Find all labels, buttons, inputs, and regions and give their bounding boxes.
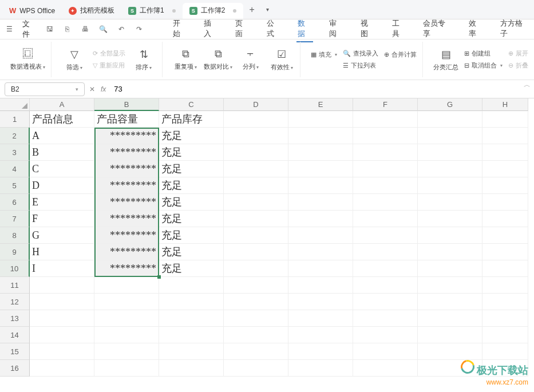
expand-button[interactable]: ⊕ 展开	[508, 49, 528, 58]
row-header[interactable]: 2	[0, 128, 30, 144]
cell[interactable]	[353, 277, 418, 294]
cell[interactable]	[159, 294, 224, 310]
tab-wps[interactable]: W WPS Office	[2, 3, 62, 19]
cell[interactable]: *********	[94, 227, 159, 244]
cell[interactable]	[353, 111, 418, 128]
cell[interactable]	[418, 211, 482, 227]
cell[interactable]: 产品库存	[159, 111, 224, 128]
print-icon[interactable]: 🖶	[81, 24, 90, 34]
row-header[interactable]: 9	[0, 244, 30, 260]
cell[interactable]	[418, 277, 482, 294]
cell[interactable]	[482, 111, 528, 128]
cell[interactable]: D	[30, 177, 94, 194]
cell[interactable]	[482, 227, 528, 244]
cell[interactable]	[353, 244, 418, 260]
validity-button[interactable]: ☑ 有效性	[269, 48, 294, 72]
cell[interactable]	[159, 277, 224, 294]
row-header[interactable]: 14	[0, 327, 30, 343]
cell[interactable]	[288, 144, 353, 161]
menu-data[interactable]: 数据	[296, 16, 313, 42]
cell[interactable]	[482, 161, 528, 177]
reapply-button[interactable]: ▽ 重新应用	[93, 61, 125, 70]
cell[interactable]	[30, 360, 94, 377]
cell[interactable]	[159, 343, 224, 360]
menu-view[interactable]: 视图	[359, 16, 376, 42]
row-header[interactable]: 16	[0, 360, 30, 377]
cell[interactable]: I	[30, 260, 94, 277]
tab-templates[interactable]: ✦ 找稻壳模板	[62, 3, 121, 19]
split-column-button[interactable]: ⫟ 分列	[238, 48, 263, 71]
cell[interactable]	[224, 343, 288, 360]
cell[interactable]	[418, 194, 482, 211]
cell[interactable]	[482, 343, 528, 360]
cell[interactable]: H	[30, 244, 94, 260]
file-menu[interactable]: 文件	[22, 19, 37, 39]
cell[interactable]	[94, 360, 159, 377]
cell[interactable]: E	[30, 194, 94, 211]
col-header-D[interactable]: D	[224, 98, 288, 111]
select-all-corner[interactable]	[0, 98, 30, 111]
menu-vip[interactable]: 会员专享	[422, 16, 452, 42]
cell[interactable]	[224, 128, 288, 144]
cell[interactable]	[288, 343, 353, 360]
cell[interactable]	[418, 161, 482, 177]
cell[interactable]	[224, 211, 288, 227]
row-header[interactable]: 8	[0, 227, 30, 244]
cell[interactable]	[418, 310, 482, 327]
col-header-A[interactable]: A	[30, 98, 94, 111]
cell[interactable]: *********	[94, 144, 159, 161]
cell[interactable]	[482, 327, 528, 343]
cell[interactable]: 充足	[159, 211, 224, 227]
cell[interactable]: *********	[94, 244, 159, 260]
cell[interactable]	[482, 244, 528, 260]
menu-review[interactable]: 审阅	[328, 16, 345, 42]
export-icon[interactable]: ⎘	[62, 24, 72, 34]
col-header-H[interactable]: H	[482, 98, 528, 111]
cell[interactable]: *********	[94, 177, 159, 194]
cell[interactable]: C	[30, 161, 94, 177]
cell[interactable]	[353, 144, 418, 161]
cell[interactable]: 充足	[159, 177, 224, 194]
fill-button[interactable]: ▦ 填充	[311, 50, 337, 59]
cell[interactable]	[482, 310, 528, 327]
cell[interactable]	[353, 194, 418, 211]
cell[interactable]: 充足	[159, 244, 224, 260]
cell[interactable]	[482, 277, 528, 294]
cell[interactable]	[482, 144, 528, 161]
filter-button[interactable]: ▽ 筛选	[62, 48, 87, 72]
cell[interactable]: *********	[94, 194, 159, 211]
col-header-F[interactable]: F	[353, 98, 418, 111]
cell[interactable]	[353, 343, 418, 360]
cell[interactable]	[288, 260, 353, 277]
cell[interactable]	[224, 194, 288, 211]
cell[interactable]	[353, 177, 418, 194]
undo-icon[interactable]: ↶	[116, 24, 126, 34]
cell[interactable]	[30, 327, 94, 343]
cell[interactable]	[224, 360, 288, 377]
cell[interactable]	[159, 310, 224, 327]
ungroup-button[interactable]: ⊟ 取消组合	[464, 61, 503, 70]
cell[interactable]	[482, 177, 528, 194]
cell[interactable]	[224, 294, 288, 310]
cell[interactable]	[418, 327, 482, 343]
cell[interactable]	[224, 277, 288, 294]
cell[interactable]: 产品容量	[94, 111, 159, 128]
menu-efficiency[interactable]: 效率	[468, 16, 484, 42]
cancel-formula-icon[interactable]: ✕	[89, 85, 95, 93]
cell[interactable]	[353, 360, 418, 377]
cell[interactable]	[159, 360, 224, 377]
cell[interactable]	[288, 111, 353, 128]
row-header[interactable]: 6	[0, 194, 30, 211]
cell[interactable]	[288, 294, 353, 310]
cell[interactable]: 充足	[159, 194, 224, 211]
cell[interactable]	[224, 227, 288, 244]
cell[interactable]: A	[30, 128, 94, 144]
show-all-button[interactable]: ⟳ 全部显示	[93, 49, 125, 58]
col-header-C[interactable]: C	[159, 98, 224, 111]
fx-icon[interactable]: fx	[101, 85, 106, 93]
name-box[interactable]: B2 ▾	[5, 82, 85, 96]
row-header[interactable]: 3	[0, 144, 30, 161]
col-header-B[interactable]: B	[94, 98, 159, 111]
cell[interactable]	[224, 244, 288, 260]
tab-menu-button[interactable]: ▾	[260, 6, 275, 13]
